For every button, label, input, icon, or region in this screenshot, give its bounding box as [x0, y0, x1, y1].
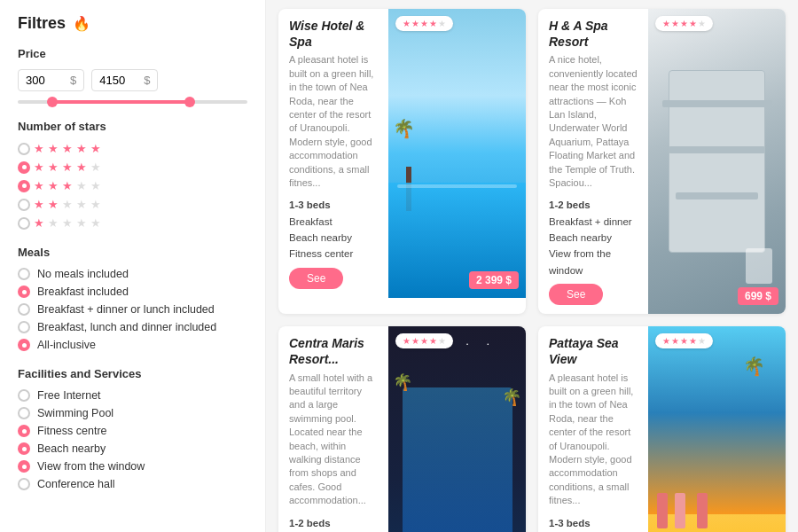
price-filter: Price $ $ — [18, 47, 247, 104]
hotel-card-2-inner: H & A Spa Resort A nice hotel, convenien… — [538, 9, 786, 314]
meal-radio-allinclusive[interactable] — [18, 339, 30, 351]
hotel-meal-2: Breakfast + dinner — [549, 214, 639, 230]
price-max-currency: $ — [144, 74, 150, 87]
meal-radio-breakfast[interactable] — [18, 286, 30, 298]
facility-radio-beach[interactable] — [18, 442, 30, 455]
price-label: Price — [18, 47, 247, 60]
meals-filter: Meals No meals included Breakfast includ… — [18, 246, 247, 351]
facility-label-internet: Free Internet — [37, 389, 101, 402]
meal-label-allinclusive: All-inclusive — [37, 339, 96, 351]
stars-option-2[interactable]: ★★★★★ — [18, 198, 247, 211]
hotel-location-1: Beach nearby — [289, 230, 379, 246]
meal-radio-none[interactable] — [18, 268, 30, 280]
lounger-1 — [657, 493, 668, 528]
palm-leaves-1: 🌴 — [393, 118, 415, 139]
hotel-image-wrap-3: 🌴 🌴 • • • • ★ ★ — [388, 326, 526, 532]
facility-option-conference[interactable]: Conference hall — [18, 478, 247, 490]
price-min-currency: $ — [70, 74, 76, 87]
meal-option-breakfast-dinner[interactable]: Breakfast + dinner or lunch included — [18, 303, 247, 316]
hotel-image-3: 🌴 🌴 • • • • — [388, 326, 526, 532]
sand-4 — [648, 514, 786, 532]
stars-badge-1: ★ ★ ★ ★ ★ — [395, 16, 453, 31]
meal-label-breakfast: Breakfast included — [37, 286, 129, 298]
stars-radio-3[interactable] — [18, 180, 30, 192]
facility-radio-internet[interactable] — [18, 389, 30, 402]
hotel-details-2: 1-2 beds Breakfast + dinner Beach nearby… — [549, 197, 639, 278]
stars-badge-4: ★ ★ ★ ★ ★ — [655, 333, 713, 348]
palm-left-3: 🌴 — [393, 372, 412, 392]
hotel-image-wrap-4: 🌴 ★ ★ ★ ★ ★ 1 299 $ — [648, 326, 786, 532]
hotel-image-4: 🌴 — [648, 326, 786, 532]
meal-label-breakfast-dinner: Breakfast + dinner or lunch included — [37, 303, 215, 316]
hotel-beds-1: 1-3 beds — [289, 197, 379, 213]
meal-option-allinclusive[interactable]: All-inclusive — [18, 339, 247, 351]
palm-4: 🌴 — [743, 356, 765, 377]
meal-option-none[interactable]: No meals included — [18, 268, 247, 280]
hotel-card-3-inner: Centra Maris Resort... A small hotel wit… — [278, 326, 526, 532]
facility-label-fitness: Fitness centre — [37, 425, 107, 437]
meals-label: Meals — [18, 246, 247, 259]
pool-night-3 — [403, 387, 512, 532]
facilities-label: Facilities and Services — [18, 367, 247, 380]
hotel-image-1: 🌴 — [388, 9, 526, 298]
price-range-slider[interactable] — [18, 100, 247, 104]
palm-right-3: 🌴 — [502, 387, 521, 407]
sidebar: Filtres 🔥 Price $ $ — [0, 0, 266, 532]
stars-badge-3: ★ ★ ★ ★ ★ — [395, 333, 453, 348]
stars-radio-5[interactable] — [18, 143, 30, 155]
facility-option-fitness[interactable]: Fitness centre — [18, 425, 247, 437]
stars-option-1[interactable]: ★★★★★ — [18, 216, 247, 230]
stars-radio-4[interactable] — [18, 161, 30, 174]
price-thumb-right[interactable] — [184, 97, 195, 107]
stars-filter: Number of stars ★★★★★ ★★★★★ ★★★★★ ★★★★★ … — [18, 120, 247, 230]
facility-option-beach[interactable]: Beach nearby — [18, 442, 247, 455]
hotel-name-2: H & A Spa Resort — [549, 18, 639, 50]
facility-label-beach: Beach nearby — [37, 442, 106, 455]
facility-option-pool[interactable]: Swimming Pool — [18, 407, 247, 419]
see-button-2[interactable]: See — [549, 284, 603, 305]
stars-option-5[interactable]: ★★★★★ — [18, 142, 247, 155]
stars-badge-2: ★ ★ ★ ★ ★ — [655, 16, 713, 31]
stars-option-3[interactable]: ★★★★★ — [18, 179, 247, 192]
meal-radio-full[interactable] — [18, 321, 30, 333]
facility-radio-fitness[interactable] — [18, 425, 30, 437]
meal-radio-breakfast-dinner[interactable] — [18, 303, 30, 316]
hotel-details-1: 1-3 beds Breakfast Beach nearby Fitness … — [289, 197, 379, 262]
price-badge-1: 2 399 $ — [469, 271, 519, 289]
hotel-info-2: H & A Spa Resort A nice hotel, convenien… — [538, 9, 648, 314]
facility-label-conference: Conference hall — [37, 478, 115, 490]
hotel-beds-3: 1-2 beds — [289, 515, 379, 531]
hotel-card-1-inner: Wise Hotel & Spa A pleasant hotel is bui… — [278, 9, 526, 298]
hotels-grid: Wise Hotel & Spa A pleasant hotel is bui… — [278, 9, 786, 532]
hotel-meal-1: Breakfast — [289, 214, 379, 230]
price-max-input[interactable] — [99, 74, 144, 87]
hotel-desc-1: A pleasant hotel is built on a green hil… — [289, 53, 379, 190]
stars-radio-1[interactable] — [18, 217, 30, 230]
facility-option-internet[interactable]: Free Internet — [18, 389, 247, 402]
facility-label-pool: Swimming Pool — [37, 407, 113, 419]
meal-label-none: No meals included — [37, 268, 129, 280]
meal-option-breakfast[interactable]: Breakfast included — [18, 286, 247, 298]
stars-option-4[interactable]: ★★★★★ — [18, 160, 247, 174]
hotel-extra-1: Fitness center — [289, 246, 379, 262]
lounger-2 — [675, 493, 685, 528]
hotel-image-wrap-1: 🌴 ★ ★ ★ ★ ★ 2 399 $ — [388, 9, 526, 298]
hotel-info-1: Wise Hotel & Spa A pleasant hotel is bui… — [278, 9, 388, 298]
facility-option-view[interactable]: View from the window — [18, 460, 247, 473]
flame-icon: 🔥 — [73, 15, 90, 32]
see-button-1[interactable]: See — [289, 268, 343, 289]
meal-option-full[interactable]: Breakfast, lunch and dinner included — [18, 321, 247, 333]
hotel-location-2: Beach nearby — [549, 230, 639, 246]
hotel-card-3: Centra Maris Resort... A small hotel wit… — [278, 326, 526, 532]
facility-label-view: View from the window — [37, 460, 145, 473]
price-badge-2: 699 $ — [738, 287, 778, 305]
hotel-info-3: Centra Maris Resort... A small hotel wit… — [278, 326, 388, 532]
sidebar-title: Filtres 🔥 — [18, 14, 247, 33]
stars-radio-2[interactable] — [18, 199, 30, 211]
hotel-desc-2: A nice hotel, conveniently located near … — [549, 53, 639, 190]
price-thumb-left[interactable] — [47, 97, 58, 107]
price-min-input[interactable] — [26, 74, 70, 87]
facility-radio-pool[interactable] — [18, 407, 30, 419]
facility-radio-conference[interactable] — [18, 478, 30, 490]
facility-radio-view[interactable] — [18, 460, 30, 473]
